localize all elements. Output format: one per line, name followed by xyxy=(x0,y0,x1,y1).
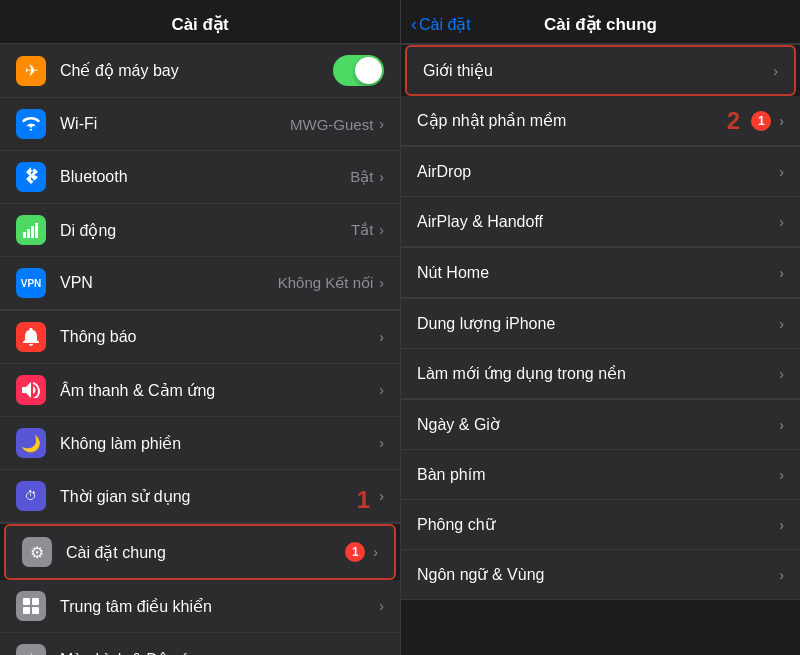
right-row-about[interactable]: Giới thiệu › xyxy=(405,45,796,96)
vpn-label: VPN xyxy=(60,274,278,292)
cellular-value: Tắt xyxy=(351,221,373,239)
fonts-label: Phông chữ xyxy=(417,515,779,534)
right-row-fonts[interactable]: Phông chữ › xyxy=(401,500,800,550)
right-row-refresh[interactable]: Làm mới ứng dụng trong nền › xyxy=(401,349,800,399)
right-header: ‹ Cài đặt Cài đặt chung xyxy=(401,0,800,44)
screentime-icon: ⏱ xyxy=(16,481,46,511)
right-group5: Ngày & Giờ › Bàn phím › Phông chữ › Ngôn… xyxy=(401,399,800,600)
svg-rect-0 xyxy=(23,232,26,238)
cellular-label: Di động xyxy=(60,221,351,240)
right-group4: Dung lượng iPhone › Làm mới ứng dụng tro… xyxy=(401,298,800,399)
airdrop-chevron: › xyxy=(779,164,784,180)
wifi-chevron: › xyxy=(379,116,384,132)
storage-label: Dung lượng iPhone xyxy=(417,314,779,333)
display-chevron: › xyxy=(379,651,384,655)
right-group3: Nút Home › xyxy=(401,247,800,298)
row-notifications[interactable]: Thông báo › xyxy=(0,311,400,364)
svg-rect-6 xyxy=(23,607,30,614)
refresh-label: Làm mới ứng dụng trong nền xyxy=(417,364,779,383)
update-badge: 1 xyxy=(751,111,771,131)
control-chevron: › xyxy=(379,598,384,614)
datetime-label: Ngày & Giờ xyxy=(417,415,779,434)
about-chevron: › xyxy=(773,63,778,79)
row-screentime[interactable]: ⏱ Thời gian sử dụng › 1 xyxy=(0,470,400,523)
right-group1: Giới thiệu › Cập nhật phần mềm 2 1 › xyxy=(401,44,800,146)
home-chevron: › xyxy=(779,265,784,281)
right-row-datetime[interactable]: Ngày & Giờ › xyxy=(401,400,800,450)
right-group2: AirDrop › AirPlay & Handoff › xyxy=(401,146,800,247)
row-display[interactable]: ☀ Màn hình & Độ sáng › xyxy=(0,633,400,655)
bluetooth-icon xyxy=(16,162,46,192)
left-title: Cài đặt xyxy=(171,15,228,34)
airplane-toggle[interactable] xyxy=(333,55,384,86)
right-row-storage[interactable]: Dung lượng iPhone › xyxy=(401,299,800,349)
row-airplane[interactable]: ✈ Chế độ máy bay xyxy=(0,44,400,98)
wifi-label: Wi-Fi xyxy=(60,115,290,133)
storage-chevron: › xyxy=(779,316,784,332)
sound-chevron: › xyxy=(379,382,384,398)
dnd-icon: 🌙 xyxy=(16,428,46,458)
airplay-chevron: › xyxy=(779,214,784,230)
control-label: Trung tâm điều khiển xyxy=(60,597,379,616)
back-button[interactable]: ‹ Cài đặt xyxy=(411,14,471,35)
dnd-chevron: › xyxy=(379,435,384,451)
general-label: Cài đặt chung xyxy=(66,543,345,562)
refresh-chevron: › xyxy=(779,366,784,382)
left-settings-list: ✈ Chế độ máy bay Wi-Fi MWG-Guest › Bluet… xyxy=(0,44,400,655)
sound-icon xyxy=(16,375,46,405)
row-wifi[interactable]: Wi-Fi MWG-Guest › xyxy=(0,98,400,151)
cellular-chevron: › xyxy=(379,222,384,238)
right-row-keyboard[interactable]: Bàn phím › xyxy=(401,450,800,500)
left-group2: Thông báo › Âm thanh & Cảm ứng › 🌙 Không… xyxy=(0,310,400,523)
row-control[interactable]: Trung tâm điều khiển › xyxy=(0,580,400,633)
notifications-label: Thông báo xyxy=(60,328,379,346)
airplay-label: AirPlay & Handoff xyxy=(417,213,779,231)
left-group3: ⚙ Cài đặt chung 1 › Trung tâm điều khiển… xyxy=(0,523,400,655)
left-panel: Cài đặt ✈ Chế độ máy bay Wi-Fi MWG-Guest… xyxy=(0,0,400,655)
airplane-icon: ✈ xyxy=(16,56,46,86)
right-row-airdrop[interactable]: AirDrop › xyxy=(401,147,800,197)
step1-number: 1 xyxy=(357,486,370,514)
left-group1: ✈ Chế độ máy bay Wi-Fi MWG-Guest › Bluet… xyxy=(0,44,400,310)
screentime-chevron: › xyxy=(379,488,384,504)
svg-rect-4 xyxy=(23,598,30,605)
airplane-label: Chế độ máy bay xyxy=(60,61,333,80)
keyboard-label: Bàn phím xyxy=(417,466,779,484)
notif-icon xyxy=(16,322,46,352)
row-sound[interactable]: Âm thanh & Cảm ứng › xyxy=(0,364,400,417)
display-label: Màn hình & Độ sáng xyxy=(60,650,379,656)
row-bluetooth[interactable]: Bluetooth Bật › xyxy=(0,151,400,204)
right-settings-list: Giới thiệu › Cập nhật phần mềm 2 1 › Air… xyxy=(401,44,800,655)
about-label: Giới thiệu xyxy=(423,61,773,80)
right-row-airplay[interactable]: AirPlay & Handoff › xyxy=(401,197,800,247)
airdrop-label: AirDrop xyxy=(417,163,779,181)
right-row-update[interactable]: Cập nhật phần mềm 2 1 › xyxy=(401,96,800,146)
row-dnd[interactable]: 🌙 Không làm phiền › xyxy=(0,417,400,470)
bluetooth-value: Bật xyxy=(350,168,373,186)
datetime-chevron: › xyxy=(779,417,784,433)
bluetooth-chevron: › xyxy=(379,169,384,185)
right-row-home[interactable]: Nút Home › xyxy=(401,248,800,298)
right-row-language[interactable]: Ngôn ngữ & Vùng › xyxy=(401,550,800,600)
general-chevron: › xyxy=(373,544,378,560)
screentime-label: Thời gian sử dụng xyxy=(60,487,379,506)
wifi-icon xyxy=(16,109,46,139)
home-label: Nút Home xyxy=(417,264,779,282)
language-label: Ngôn ngữ & Vùng xyxy=(417,565,779,584)
bluetooth-label: Bluetooth xyxy=(60,168,350,186)
back-label: Cài đặt xyxy=(419,15,471,34)
vpn-value: Không Kết nối xyxy=(278,274,374,292)
cellular-icon xyxy=(16,215,46,245)
update-label: Cập nhật phần mềm xyxy=(417,111,751,130)
step2-number: 2 xyxy=(727,107,740,135)
row-cellular[interactable]: Di động Tắt › xyxy=(0,204,400,257)
sound-label: Âm thanh & Cảm ứng xyxy=(60,381,379,400)
svg-rect-7 xyxy=(32,607,39,614)
row-vpn[interactable]: VPN VPN Không Kết nối › xyxy=(0,257,400,310)
row-general[interactable]: ⚙ Cài đặt chung 1 › xyxy=(4,524,396,580)
notifications-chevron: › xyxy=(379,329,384,345)
language-chevron: › xyxy=(779,567,784,583)
dnd-label: Không làm phiền xyxy=(60,434,379,453)
right-title: Cài đặt chung xyxy=(544,14,657,35)
svg-rect-1 xyxy=(27,229,30,238)
